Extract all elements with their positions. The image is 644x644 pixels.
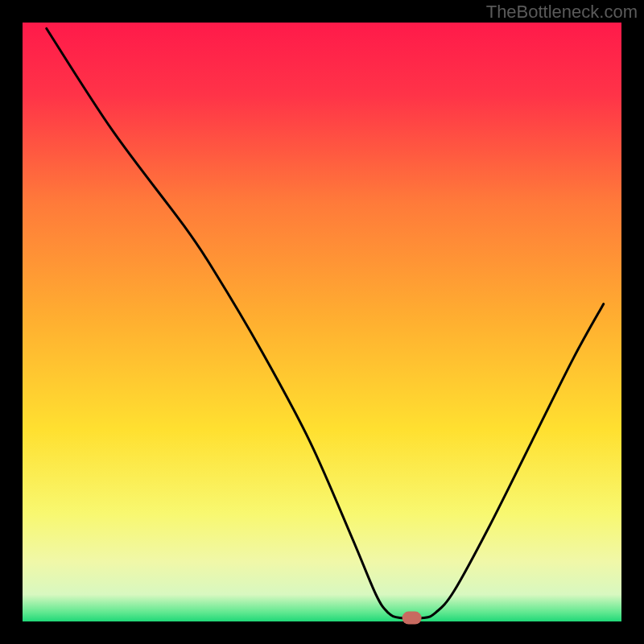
optimal-marker bbox=[402, 612, 422, 625]
plot-background bbox=[23, 23, 621, 621]
watermark-text: TheBottleneck.com bbox=[486, 2, 638, 23]
chart-container: TheBottleneck.com bbox=[0, 0, 644, 644]
bottleneck-chart bbox=[0, 0, 644, 644]
